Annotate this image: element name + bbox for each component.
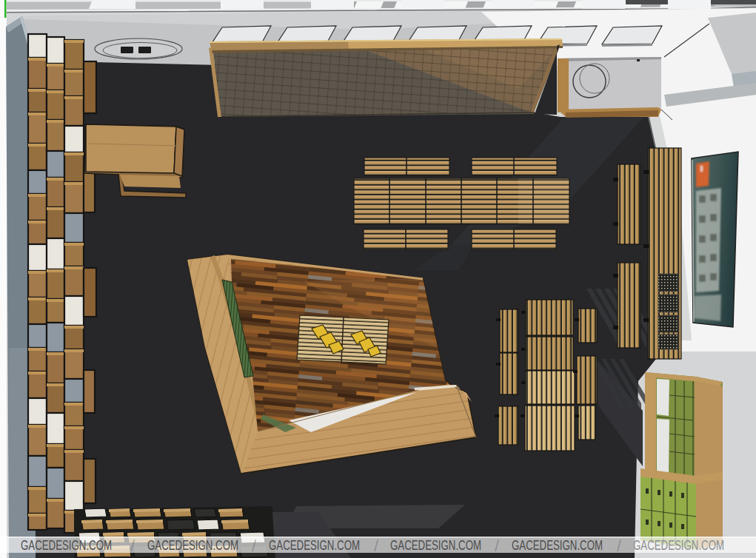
svg-text:/: / [617,537,622,555]
svg-text:GACEDESIGN.COM: GACEDESIGN.COM [390,538,481,553]
svg-text:GACEDESIGN.COM: GACEDESIGN.COM [633,538,724,553]
svg-text:GACEDESIGN.COM: GACEDESIGN.COM [269,538,360,553]
svg-text:GACEDESIGN.COM: GACEDESIGN.COM [21,538,112,553]
svg-text:GACEDESIGN.COM: GACEDESIGN.COM [512,538,603,553]
svg-text:/: / [495,537,500,555]
svg-text:/: / [130,537,136,555]
svg-text:/: / [374,537,379,555]
svg-text:GACEDESIGN.COM: GACEDESIGN.COM [147,538,238,553]
svg-text:/: / [252,537,257,555]
